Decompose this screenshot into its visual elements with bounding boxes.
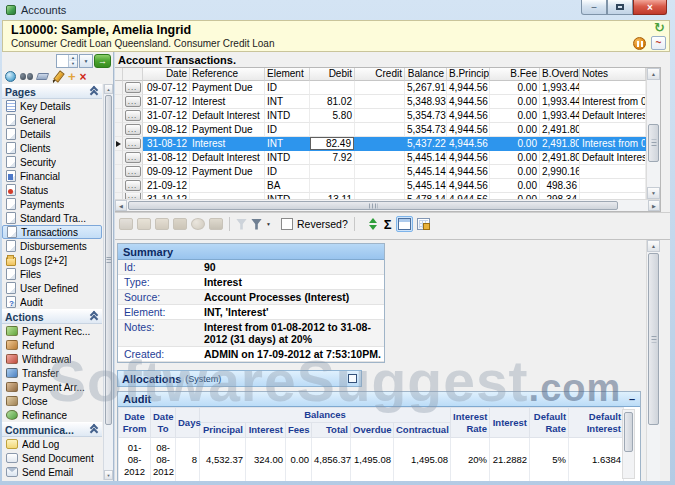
scroll-up-icon[interactable]: ▲ bbox=[647, 68, 660, 80]
section-header-actions[interactable]: Actions bbox=[2, 309, 102, 324]
scrollbar-thumb[interactable] bbox=[105, 95, 112, 425]
grid-hscrollbar[interactable]: ◀ ▶ bbox=[115, 199, 660, 211]
titlebar[interactable]: Accounts – × bbox=[0, 0, 675, 20]
column-header-debit[interactable]: Debit bbox=[310, 68, 355, 81]
sidebar-item-payment-rec[interactable]: Payment Rec... bbox=[2, 324, 102, 338]
expand-icon[interactable] bbox=[348, 374, 357, 383]
sidebar-item-audit[interactable]: Audit bbox=[2, 295, 102, 309]
minimize-button[interactable]: – bbox=[581, 0, 607, 15]
filter-menu-icon[interactable] bbox=[251, 219, 262, 230]
close-button[interactable]: × bbox=[633, 0, 667, 15]
autofit-icon[interactable] bbox=[367, 218, 380, 230]
sidebar-item-standard-tra[interactable]: Standard Tra... bbox=[2, 211, 102, 225]
debit-editor-input[interactable]: 82.49 bbox=[310, 137, 354, 150]
row-detail-button[interactable]: ... bbox=[125, 166, 141, 177]
scroll-right-icon[interactable]: ▶ bbox=[648, 200, 660, 211]
column-header-date[interactable]: Date bbox=[143, 68, 190, 81]
find-icon[interactable] bbox=[20, 71, 33, 82]
scroll-left-icon[interactable]: ◀ bbox=[115, 200, 127, 211]
sidebar-item-clients[interactable]: Clients bbox=[2, 141, 102, 155]
spin-down-icon[interactable]: ▼ bbox=[69, 61, 77, 67]
ledger-tool-icon[interactable] bbox=[155, 218, 169, 230]
sidebar-scrollbar[interactable]: ▲ ▼ bbox=[103, 84, 113, 480]
sidebar-item-key-details[interactable]: Key Details bbox=[2, 99, 102, 113]
redo-tool-icon[interactable] bbox=[137, 218, 151, 230]
transaction-row[interactable]: ...21-09-12BA5,445.144,944.560.00498.36 bbox=[115, 179, 646, 193]
edit-icon[interactable] bbox=[52, 71, 64, 83]
column-header-principal[interactable]: B.Principa bbox=[447, 68, 490, 81]
sidebar-item-payments[interactable]: Payments bbox=[2, 197, 102, 211]
history-icon[interactable] bbox=[5, 71, 16, 82]
column-header-reference[interactable]: Reference bbox=[190, 68, 265, 81]
go-button[interactable]: → bbox=[94, 54, 111, 68]
collapse-icon[interactable]: – bbox=[629, 395, 635, 403]
pause-icon[interactable] bbox=[633, 37, 646, 50]
sidebar-item-security[interactable]: Security bbox=[2, 155, 102, 169]
sidebar-item-transfer[interactable]: Transfer bbox=[2, 366, 102, 380]
row-detail-button[interactable]: ... bbox=[125, 180, 141, 191]
scrollbar-thumb[interactable] bbox=[648, 124, 659, 162]
scroll-up-icon[interactable]: ▲ bbox=[647, 240, 660, 252]
scroll-down-icon[interactable]: ▼ bbox=[647, 187, 660, 199]
row-detail-button[interactable]: ... bbox=[125, 82, 141, 93]
scroll-up-icon[interactable]: ▲ bbox=[104, 84, 113, 94]
delete-icon[interactable]: × bbox=[80, 71, 87, 83]
transaction-row[interactable]: ...31-08-12InterestINT82.495,437.224,944… bbox=[115, 137, 646, 151]
sidebar-item-financial[interactable]: Financial bbox=[2, 169, 102, 183]
filter-icon[interactable] bbox=[236, 219, 247, 230]
scroll-down-icon[interactable]: ▼ bbox=[104, 470, 113, 480]
transaction-row[interactable]: ...31-07-12InterestINT81.025,348.934,944… bbox=[115, 95, 646, 109]
record-dropdown-button[interactable]: ▼ bbox=[79, 54, 93, 68]
sidebar-item-user-defined[interactable]: User Defined bbox=[2, 281, 102, 295]
column-header-fee[interactable]: B.Fee bbox=[490, 68, 540, 81]
section-header-communica[interactable]: Communica... bbox=[2, 422, 102, 437]
filter-dropdown-icon[interactable]: ▼ bbox=[266, 219, 271, 229]
transaction-row[interactable]: ...31-07-12Default InterestINTD5.805,354… bbox=[115, 109, 646, 123]
globe-tool-icon[interactable] bbox=[191, 218, 205, 230]
sidebar-item-status[interactable]: Status bbox=[2, 183, 102, 197]
add-icon[interactable]: + bbox=[68, 71, 76, 83]
column-header-credit[interactable]: Credit bbox=[355, 68, 405, 81]
transaction-row[interactable]: ...09-09-12Payment DueID5,445.144,944.56… bbox=[115, 165, 646, 179]
reversed-checkbox[interactable] bbox=[281, 218, 293, 230]
sidebar-item-logs-2-2[interactable]: Logs [2+2] bbox=[2, 253, 102, 267]
payment-tool-icon[interactable] bbox=[173, 218, 187, 230]
column-header-overdue[interactable]: B.Overdue bbox=[540, 68, 580, 81]
stamp-tool-icon[interactable] bbox=[119, 218, 133, 230]
sidebar-item-send-document[interactable]: Send Document bbox=[2, 451, 102, 465]
allocations-panel[interactable]: Allocations (System) bbox=[117, 370, 362, 387]
transaction-row[interactable]: ...31-08-12Default InterestINTD7.925,445… bbox=[115, 151, 646, 165]
transaction-row[interactable]: ...09-08-12Payment DueID5,354.734,944.56… bbox=[115, 123, 646, 137]
row-detail-button[interactable]: ... bbox=[125, 96, 141, 107]
row-detail-button[interactable]: ... bbox=[125, 124, 141, 135]
row-detail-button[interactable]: ... bbox=[125, 110, 141, 121]
column-header-balance[interactable]: Balance bbox=[405, 68, 447, 81]
collapse-chevron-icon[interactable] bbox=[90, 312, 98, 321]
row-detail-button[interactable]: ... bbox=[125, 152, 141, 163]
sidebar-item-payment-arr[interactable]: Payment Arr... bbox=[2, 380, 102, 394]
sidebar-item-send-sms[interactable]: Send SMS bbox=[2, 479, 102, 481]
sidebar-item-add-log[interactable]: Add Log bbox=[2, 437, 102, 451]
sidebar-item-send-email[interactable]: Send Email bbox=[2, 465, 102, 479]
column-header-notes[interactable]: Notes bbox=[580, 68, 646, 81]
grid-edit-icon[interactable] bbox=[417, 218, 430, 230]
section-header-pages[interactable]: Pages bbox=[2, 84, 102, 99]
detail-vscrollbar[interactable]: ▲ bbox=[646, 240, 660, 481]
collapse-chevron-icon[interactable] bbox=[90, 87, 98, 96]
audit-scrollbar[interactable] bbox=[622, 409, 635, 479]
sum-icon[interactable]: Σ bbox=[384, 218, 392, 231]
sidebar-item-files[interactable]: Files bbox=[2, 267, 102, 281]
preview-pane-toggle[interactable] bbox=[396, 216, 413, 232]
grid-vscrollbar[interactable]: ▲ ▼ bbox=[646, 68, 660, 199]
record-spinner-input[interactable]: ▲ ▼ bbox=[56, 54, 78, 68]
maximize-button[interactable] bbox=[607, 0, 633, 15]
sidebar-item-close[interactable]: Close bbox=[2, 394, 102, 408]
sidebar-item-details[interactable]: Details bbox=[2, 127, 102, 141]
refresh-icon[interactable]: ↻ bbox=[654, 21, 665, 35]
clear-icon[interactable] bbox=[36, 73, 49, 80]
scrollbar-thumb[interactable] bbox=[648, 253, 659, 425]
sidebar-item-transactions[interactable]: Transactions bbox=[2, 225, 102, 239]
sidebar-item-refund[interactable]: Refund bbox=[2, 338, 102, 352]
row-detail-button[interactable]: ... bbox=[125, 138, 141, 149]
scrollbar-thumb[interactable] bbox=[624, 412, 633, 452]
